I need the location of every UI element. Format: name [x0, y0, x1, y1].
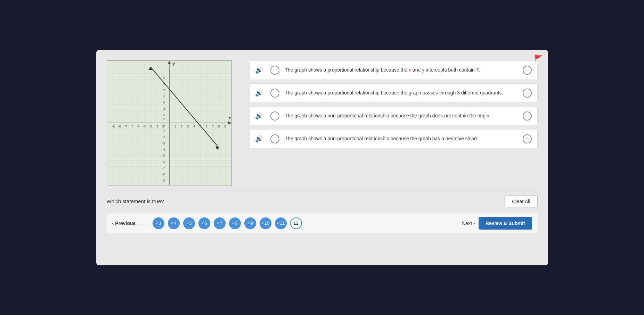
previous-button[interactable]: ‹ Previous [112, 221, 136, 226]
coordinate-graph: y x 9 8 7 6 5 4 3 2 1 -1 -2 -3 -4 [107, 61, 231, 185]
page-btn-6[interactable]: 6 [198, 217, 210, 229]
svg-text:-5: -5 [137, 124, 139, 128]
svg-text:-3: -3 [162, 141, 165, 145]
svg-text:x: x [228, 115, 231, 121]
radio-2[interactable] [270, 89, 279, 98]
svg-text:-9: -9 [162, 179, 165, 182]
svg-text:-6: -6 [130, 124, 133, 128]
ellipsis: . . . [139, 220, 147, 226]
sound-icon-1[interactable]: 🔊 [255, 66, 265, 74]
answer-option-4[interactable]: 🔊 The graph shows a non-proportional rel… [249, 129, 538, 149]
svg-text:-6: -6 [162, 160, 165, 164]
page-btn-3[interactable]: 3 [153, 217, 164, 229]
page-btn-9[interactable]: 9 [244, 217, 256, 229]
svg-text:1: 1 [174, 124, 176, 128]
svg-text:-2: -2 [155, 124, 158, 128]
page-btn-7[interactable]: 7 [214, 217, 226, 229]
next-label: Next [462, 221, 472, 226]
qa-area: 🔊 The graph shows a proportional relatio… [249, 60, 538, 185]
flag-icon[interactable]: 🚩 [534, 54, 543, 63]
svg-text:5: 5 [163, 101, 165, 104]
chevron-left-icon: ‹ [112, 221, 114, 226]
sound-icon-3[interactable]: 🔊 [255, 112, 265, 120]
graph-area: y x 9 8 7 6 5 4 3 2 1 -1 -2 -3 -4 [107, 60, 239, 185]
page-btn-10[interactable]: 10 [260, 217, 271, 229]
next-button[interactable]: Next › [462, 221, 475, 226]
answer-text-2: The graph shows a proportional relations… [285, 90, 517, 97]
main-screen: 🚩 [96, 50, 548, 265]
page-btn-5[interactable]: 5 [183, 217, 195, 229]
svg-text:8: 8 [218, 124, 220, 128]
svg-text:-3: -3 [149, 124, 152, 128]
svg-text:9: 9 [224, 124, 226, 128]
minus-btn-3[interactable]: − [523, 111, 532, 121]
svg-text:-8: -8 [162, 173, 165, 176]
main-content: y x 9 8 7 6 5 4 3 2 1 -1 -2 -3 -4 [107, 60, 538, 185]
bottom-bar: Which statement is true? Clear All [107, 191, 538, 207]
svg-text:3: 3 [187, 124, 189, 128]
page-btn-4[interactable]: 4 [168, 217, 180, 229]
answer-text-4: The graph shows a non-proportional relat… [285, 135, 517, 142]
svg-text:-8: -8 [118, 124, 121, 128]
minus-btn-2[interactable]: − [523, 89, 532, 98]
answer-option-2[interactable]: 🔊 The graph shows a proportional relatio… [249, 83, 538, 103]
svg-text:-7: -7 [124, 124, 127, 128]
nav-bar: ‹ Previous . . . 3 4 5 6 7 8 9 10 11 12 … [107, 214, 538, 233]
svg-text:9: 9 [163, 76, 165, 79]
svg-text:2: 2 [181, 124, 182, 128]
page-btn-8[interactable]: 8 [229, 217, 241, 229]
page-btn-12[interactable]: 12 [290, 217, 302, 229]
graph-container: y x 9 8 7 6 5 4 3 2 1 -1 -2 -3 -4 [107, 60, 232, 185]
svg-text:-4: -4 [143, 124, 146, 128]
svg-text:-4: -4 [162, 148, 165, 151]
svg-text:7: 7 [212, 124, 213, 128]
svg-text:6: 6 [205, 124, 207, 128]
svg-text:4: 4 [193, 124, 195, 128]
svg-text:6: 6 [163, 94, 165, 98]
answer-option-1[interactable]: 🔊 The graph shows a proportional relatio… [249, 60, 538, 80]
svg-text:-2: -2 [162, 135, 165, 139]
svg-text:4: 4 [163, 107, 165, 110]
sound-icon-4[interactable]: 🔊 [255, 135, 265, 143]
sound-icon-2[interactable]: 🔊 [255, 89, 265, 97]
svg-text:3: 3 [163, 113, 165, 117]
clear-all-button[interactable]: Clear All [505, 196, 537, 207]
svg-text:2: 2 [163, 117, 165, 121]
answer-text-3: The graph shows a non-proportional relat… [285, 113, 517, 119]
minus-btn-4[interactable]: − [523, 134, 532, 143]
radio-1[interactable] [270, 66, 279, 75]
svg-text:-1: -1 [162, 124, 164, 128]
previous-label: Previous [115, 221, 136, 226]
svg-text:7: 7 [163, 88, 165, 92]
minus-btn-1[interactable]: − [523, 66, 532, 75]
answer-text-1: The graph shows a proportional relations… [285, 67, 517, 74]
svg-text:-7: -7 [162, 166, 165, 170]
radio-4[interactable] [270, 134, 279, 143]
chevron-right-icon: › [473, 221, 475, 226]
review-submit-button[interactable]: Review & Submit [479, 217, 532, 230]
radio-3[interactable] [270, 111, 279, 121]
question-label: Which statement is true? [107, 198, 164, 204]
page-btn-11[interactable]: 11 [275, 217, 287, 229]
svg-text:-1: -1 [162, 129, 165, 132]
answer-option-3[interactable]: 🔊 The graph shows a non-proportional rel… [249, 106, 538, 126]
svg-text:-9: -9 [112, 124, 114, 128]
svg-text:-5: -5 [162, 154, 165, 157]
